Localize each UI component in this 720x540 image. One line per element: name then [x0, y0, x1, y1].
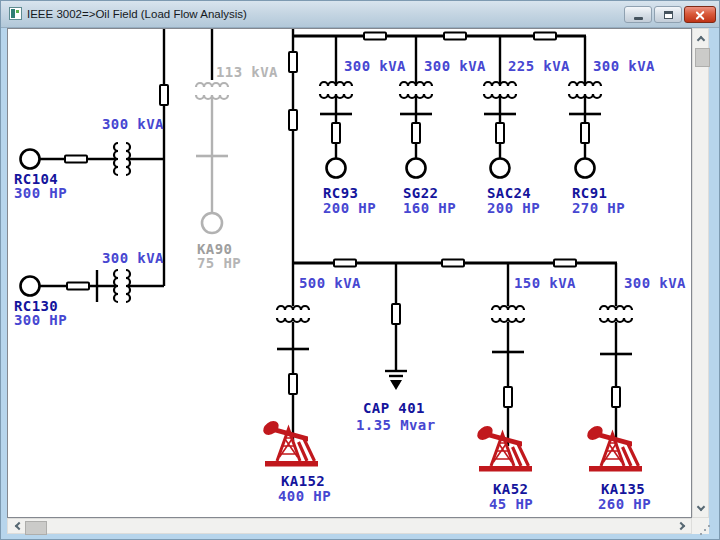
maximize-button[interactable] [654, 6, 682, 23]
equipment-name: SAC24 [487, 185, 531, 201]
branch-ka135[interactable] [585, 263, 642, 472]
horizontal-scroll-thumb[interactable] [25, 521, 47, 535]
fuse-symbol[interactable] [67, 283, 89, 290]
equipment-name: KA152 [281, 473, 325, 489]
fuse-symbol[interactable] [412, 123, 420, 143]
vertical-scroll-thumb[interactable] [695, 48, 710, 67]
scrollbar-corner [692, 518, 709, 534]
branch-ka52[interactable] [475, 263, 532, 472]
transformer-symbol[interactable] [277, 306, 309, 322]
resize-grip-icon[interactable] [704, 529, 706, 531]
horizontal-scrollbar[interactable] [7, 518, 692, 534]
rating-label: 150 kVA [514, 275, 576, 291]
chevron-up-icon [696, 35, 704, 43]
titlebar[interactable]: IEEE 3002=>Oil Field (Load Flow Analysis… [1, 1, 719, 28]
motor-symbol[interactable] [327, 159, 346, 178]
fuse-symbol[interactable] [554, 260, 576, 267]
chevron-left-icon [14, 522, 22, 530]
fuse-symbol[interactable] [289, 52, 297, 72]
fuse-symbol[interactable] [334, 260, 356, 267]
rating-label: 300 kVA [102, 116, 164, 132]
chevron-right-icon [676, 522, 684, 530]
fuse-symbol[interactable] [364, 33, 386, 40]
vertical-scrollbar[interactable] [692, 28, 709, 518]
motor-symbol[interactable] [407, 159, 426, 178]
capacitor-symbol[interactable] [385, 371, 407, 390]
power-label: 160 HP [403, 200, 456, 216]
motor-symbol[interactable] [491, 159, 510, 178]
branch-cap401[interactable] [385, 263, 407, 390]
fuse-symbol[interactable] [612, 387, 620, 407]
rating-label: 113 kVA [216, 64, 278, 80]
power-label: 300 HP [14, 312, 67, 328]
fuse-symbol[interactable] [442, 260, 464, 267]
rating-label: 300 kVA [624, 275, 686, 291]
rating-label: 300 kVA [424, 58, 486, 74]
scroll-left-button[interactable] [9, 519, 25, 533]
rating-label: 300 kVA [593, 58, 655, 74]
close-icon [695, 10, 705, 20]
fuse-symbol[interactable] [65, 156, 87, 163]
branch-ka90-offline[interactable] [196, 83, 228, 233]
branch-ka152[interactable] [261, 263, 318, 467]
fuse-symbol[interactable] [160, 85, 168, 105]
fuse-symbol[interactable] [496, 123, 504, 143]
transformer-symbol[interactable] [114, 270, 130, 302]
transformer-symbol[interactable] [600, 306, 632, 322]
pumpjack-icon[interactable] [261, 418, 318, 466]
minimize-icon [634, 17, 643, 20]
fuse-symbol[interactable] [581, 123, 589, 143]
equipment-name: RC91 [572, 185, 607, 201]
power-label: 270 HP [572, 200, 625, 216]
fuse-symbol[interactable] [534, 33, 556, 40]
equipment-name: KA135 [601, 481, 645, 497]
power-label: 45 HP [489, 496, 533, 512]
rating-label: 500 kVA [299, 275, 361, 291]
rating-label: 1.35 Mvar [356, 417, 435, 433]
transformer-symbol[interactable] [114, 143, 130, 175]
chevron-down-icon [696, 502, 704, 510]
fuse-symbol[interactable] [289, 374, 297, 394]
transformer-symbol[interactable] [492, 306, 524, 322]
app-window: IEEE 3002=>Oil Field (Load Flow Analysis… [0, 0, 720, 540]
motor-symbol[interactable] [21, 150, 40, 169]
fuse-symbol[interactable] [504, 387, 512, 407]
maximize-icon [664, 11, 673, 19]
pumpjack-icon[interactable] [585, 423, 642, 471]
fuse-symbol[interactable] [392, 304, 400, 324]
power-label: 400 HP [278, 488, 331, 504]
transformer-symbol[interactable] [569, 82, 601, 98]
fuse-symbol[interactable] [444, 33, 466, 40]
scroll-down-button[interactable] [693, 500, 708, 516]
transformer-symbol[interactable] [320, 82, 352, 98]
rating-label: 300 kVA [102, 250, 164, 266]
app-icon [9, 7, 22, 20]
equipment-name: KA52 [493, 481, 528, 497]
power-label: 300 HP [14, 185, 67, 201]
minimize-button[interactable] [624, 6, 652, 23]
rating-label: 300 kVA [344, 58, 406, 74]
transformer-symbol[interactable] [400, 82, 432, 98]
equipment-name: RC93 [323, 185, 358, 201]
equipment-name: SG22 [403, 185, 438, 201]
power-label: 200 HP [487, 200, 540, 216]
motor-symbol[interactable] [202, 213, 222, 233]
rating-label: 225 kVA [508, 58, 570, 74]
pumpjack-icon[interactable] [475, 423, 532, 471]
window-controls [624, 6, 716, 23]
fuse-symbol[interactable] [289, 110, 297, 130]
motor-symbol[interactable] [21, 277, 40, 296]
equipment-name: CAP 401 [363, 400, 425, 416]
window-title: IEEE 3002=>Oil Field (Load Flow Analysis… [27, 1, 247, 27]
scroll-right-button[interactable] [674, 519, 690, 533]
power-label: 260 HP [598, 496, 651, 512]
close-button[interactable] [684, 6, 716, 23]
power-label: 200 HP [323, 200, 376, 216]
power-label: 75 HP [197, 255, 241, 271]
diagram-canvas[interactable]: 300 kVA RC104 300 HP 300 kVA RC130 300 H… [7, 28, 692, 518]
scroll-up-button[interactable] [693, 30, 708, 46]
motor-symbol[interactable] [576, 159, 595, 178]
transformer-symbol[interactable] [484, 82, 516, 98]
fuse-symbol[interactable] [332, 123, 340, 143]
transformer-symbol[interactable] [196, 83, 228, 99]
